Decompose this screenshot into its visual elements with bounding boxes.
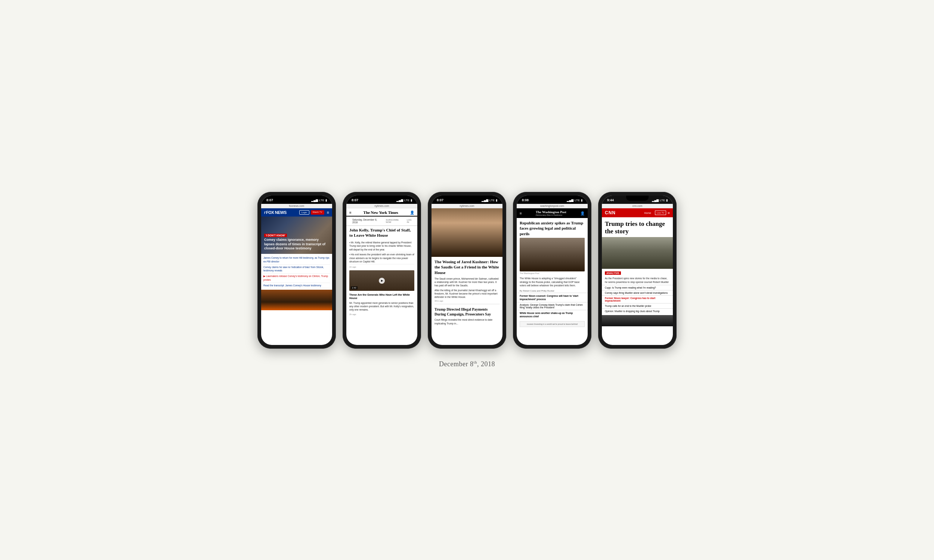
- phones-container: 8:07 ▂▄▆ LTE ▮ foxnews.com f FOX NEWS: [257, 192, 677, 349]
- cnn-sublink-2[interactable]: Former Nixon lawyer: Congress has to sta…: [602, 295, 673, 303]
- cnn-logo: CNN: [605, 210, 616, 215]
- time-wapo: 8:08: [522, 198, 529, 202]
- nyt2-hero-image: [432, 208, 502, 257]
- nyt1-subscribe-link[interactable]: SUBSCRIBE NOW: [386, 219, 405, 223]
- wapo-body: The White House is adopting a "shrugged …: [517, 275, 588, 289]
- phone-frame-nyt2: 8:07 ▂▄▆ LTE ▮ nytimes.com The Wooing of…: [428, 192, 506, 349]
- address-bar-nyt2[interactable]: nytimes.com: [432, 204, 502, 208]
- fox-breaking-label: 'I DON'T KNOW': [264, 234, 287, 237]
- phone-screen-fox: 8:07 ▂▄▆ LTE ▮ foxnews.com f FOX NEWS: [261, 195, 332, 345]
- address-bar-wapo[interactable]: washingtonpost.com: [517, 204, 588, 208]
- fox-link-3[interactable]: Read the transcript: James Comey's House…: [264, 283, 330, 289]
- wapo-sublink-1[interactable]: Analysis: George Conway blasts Trump's c…: [517, 302, 588, 310]
- nyt1-play-icon[interactable]: ▶: [379, 278, 385, 284]
- fox-watch-btn[interactable]: Watch TV: [311, 210, 324, 215]
- signal-nyt1: ▂▄▆: [396, 198, 403, 202]
- cnn-main-headline: Trump tries to change the story: [602, 217, 673, 237]
- cnn-nav: Home Live TV ≡: [642, 211, 670, 215]
- phone-screen-cnn: 9:44 ▂▄▆ LTE ▮ cnn.com CNN Home Live TV: [602, 195, 673, 345]
- phone-frame-cnn: 9:44 ▂▄▆ LTE ▮ cnn.com CNN Home Live TV: [598, 192, 677, 349]
- fox-link-2[interactable]: ▶ Lawmakers release Comey's testimony on…: [264, 274, 330, 283]
- wapo-main-headline: Republican anxiety spikes as Trump faces…: [517, 218, 588, 238]
- cnn-menu-icon[interactable]: ≡: [667, 211, 670, 215]
- nyt1-login-link[interactable]: LOG IN: [407, 219, 414, 223]
- nyt1-header: ≡ The New York Times 👤: [346, 208, 417, 217]
- battery-wapo: ▮: [581, 198, 583, 202]
- cnn-live-btn[interactable]: Live TV: [655, 211, 666, 215]
- content-nyt1: ≡ The New York Times 👤 Saturday, Decembe…: [346, 208, 417, 345]
- wifi-wapo: LTE: [575, 198, 580, 202]
- status-icons-nyt1: ▂▄▆ LTE ▮: [396, 198, 412, 202]
- nyt2-body3: Court filings revealed the most direct e…: [432, 317, 502, 326]
- nyt1-menu-icon[interactable]: ≡: [349, 211, 351, 215]
- phone-frame-wapo: 8:08 ▂▄▆ LTE ▮ washingtonpost.com ≡ The …: [513, 192, 592, 349]
- fox-logo: f FOX NEWS: [264, 210, 287, 215]
- nyt1-video-thumb[interactable]: 2:40 ▶: [349, 270, 414, 291]
- notch-fox: [285, 195, 308, 201]
- nyt1-bullet-0: Mr. Kelly, the retired Marine general ta…: [349, 240, 414, 252]
- fox-main-headline: Comey claims ignorance, memory lapses do…: [264, 238, 329, 251]
- fox-buttons: Login Watch TV ≡: [299, 210, 329, 215]
- phone-fox: 8:07 ▂▄▆ LTE ▮ foxnews.com f FOX NEWS: [257, 192, 336, 349]
- wapo-menu-icon[interactable]: ≡: [520, 211, 522, 215]
- address-bar-fox[interactable]: foxnews.com: [261, 204, 332, 208]
- cnn-sublink-3[interactable]: Trump calls for an end to the Mueller pr…: [602, 303, 673, 308]
- wapo-logo-sub: Democracy Dies in Darkness: [536, 214, 566, 216]
- content-fox: f FOX NEWS Login Watch TV ≡ 'I: [261, 208, 332, 345]
- nyt1-time1: 1h ago: [346, 265, 417, 269]
- wapo-headline2[interactable]: White House sees another shake-up as Tru…: [517, 310, 588, 319]
- battery-cnn: ▮: [666, 198, 667, 202]
- signal-icon-fox: ▂▄▆: [311, 198, 318, 202]
- wapo-byline: By Robert Costa and Philip Rucker: [517, 289, 588, 293]
- status-icons-nyt2: ▂▄▆ LTE ▮: [482, 198, 497, 202]
- phone-screen-nyt1: 8:07 ▂▄▆ LTE ▮ nytimes.com ≡ The New Yor…: [346, 195, 417, 345]
- signal-wapo: ▂▄▆: [567, 198, 573, 202]
- fox-links-list: James Comey to return for more Hill test…: [261, 254, 332, 290]
- phone-cnn: 9:44 ▂▄▆ LTE ▮ cnn.com CNN Home Live TV: [598, 192, 677, 349]
- nyt1-logo: The New York Times: [363, 210, 398, 215]
- fox-hamburger-icon[interactable]: ≡: [326, 210, 329, 215]
- nyt1-video-caption: These Are the Generals Who Have Left the…: [346, 292, 417, 300]
- nyt1-bullet-1: His exit leaves the president with an ev…: [349, 252, 414, 264]
- fox-link-1[interactable]: Comey claims he saw no 'indication of bi…: [264, 265, 330, 274]
- wapo-sublink-0[interactable]: Former Nixon counsel: Congress will have…: [517, 293, 588, 302]
- nyt2-time: 35m ago: [432, 299, 502, 302]
- fox-link-0[interactable]: James Comey to return for more Hill test…: [264, 255, 330, 265]
- address-bar-nyt1[interactable]: nytimes.com: [346, 204, 417, 208]
- wapo-header: ≡ The Washington Post Democracy Dies in …: [517, 208, 588, 218]
- phone-screen-wapo: 8:08 ▂▄▆ LTE ▮ washingtonpost.com ≡ The …: [517, 195, 588, 345]
- wapo-caption: The Washington Post: [517, 271, 588, 275]
- status-bar-nyt1: 8:07 ▂▄▆ LTE ▮: [346, 195, 417, 204]
- nyt2-main-headline: The Wooing of Jared Kushner: How the Sau…: [432, 257, 502, 276]
- phone-nyt1: 8:07 ▂▄▆ LTE ▮ nytimes.com ≡ The New Yor…: [342, 192, 421, 349]
- phone-frame-fox: 8:07 ▂▄▆ LTE ▮ foxnews.com f FOX NEWS: [257, 192, 336, 349]
- time-cnn: 9:44: [607, 198, 614, 202]
- nyt1-user-icon[interactable]: 👤: [410, 211, 414, 215]
- cnn-sublink-1[interactable]: Comey says firing Mueller alone won't de…: [602, 290, 673, 295]
- content-nyt2: The Wooing of Jared Kushner: How the Sau…: [432, 208, 502, 345]
- notch-cnn: [626, 195, 649, 201]
- wifi-cnn: LTE: [660, 198, 665, 202]
- fox-login-btn[interactable]: Login: [299, 210, 309, 215]
- status-bar-nyt2: 8:07 ▂▄▆ LTE ▮: [432, 195, 502, 204]
- wapo-user-icon[interactable]: 👤: [580, 211, 585, 215]
- battery-icon-fox: ▮: [325, 198, 327, 202]
- status-bar-wapo: 8:08 ▂▄▆ LTE ▮: [517, 195, 588, 204]
- wapo-ad: nuveen Investing in a world we're proud …: [520, 321, 585, 327]
- fox-hero-image: 'I DON'T KNOW' Comey claims ignorance, m…: [261, 217, 332, 254]
- cnn-sublink-0[interactable]: Cupp: Is Trump even reading what I'm rea…: [602, 285, 673, 290]
- wifi-nyt2: LTE: [489, 198, 495, 202]
- phone-wapo: 8:08 ▂▄▆ LTE ▮ washingtonpost.com ≡ The …: [513, 192, 592, 349]
- wifi-nyt1: LTE: [404, 198, 410, 202]
- cnn-sublink-4[interactable]: Opinion: Mueller is dropping big clues a…: [602, 308, 673, 314]
- nyt1-bullets: Mr. Kelly, the retired Marine general ta…: [346, 240, 417, 265]
- content-cnn: CNN Home Live TV ≡ Trump tries to change…: [602, 208, 673, 345]
- status-icons-wapo: ▂▄▆ LTE ▮: [567, 198, 583, 202]
- address-bar-cnn[interactable]: cnn.com: [602, 204, 673, 208]
- fox-bottom-image: [261, 290, 332, 310]
- signal-cnn: ▂▄▆: [652, 198, 659, 202]
- nyt1-meta: Saturday, December 8, 2018 SUBSCRIBE NOW…: [346, 217, 417, 226]
- cnn-home-label[interactable]: Home: [642, 212, 653, 214]
- cnn-header: CNN Home Live TV ≡: [602, 208, 673, 217]
- wapo-hero-image: [520, 238, 585, 271]
